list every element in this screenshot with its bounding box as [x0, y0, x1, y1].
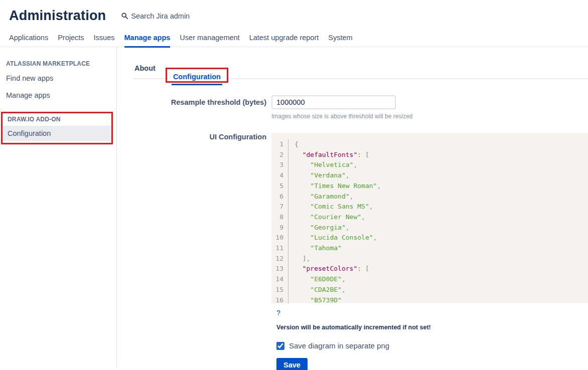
sidebar-heading-drawio-addon: DRAW.IO ADD-ON	[3, 113, 111, 126]
sidebar-item-configuration[interactable]: Configuration	[3, 126, 111, 141]
sidebar-heading-atlassian-marketplace: ATLASSIAN MARKETPLACE	[0, 54, 116, 70]
ui-configuration-label: UI Configuration	[133, 133, 271, 141]
code-line: 1{	[271, 139, 588, 150]
nav-item-manage-apps[interactable]: Manage apps	[124, 34, 171, 48]
code-line: 16 "B5739D"	[271, 295, 588, 303]
save-button[interactable]: Save	[276, 358, 308, 370]
line-number: 12	[271, 254, 288, 264]
nav-item-projects[interactable]: Projects	[58, 34, 84, 48]
form-footer: ? Version will be automatically incremen…	[276, 303, 588, 370]
code-line: 10 "Lucida Console",	[271, 233, 588, 243]
line-number: 15	[271, 285, 288, 295]
code-line: 3 "Helvetica",	[271, 160, 588, 170]
configuration-form: Resample threshold (bytes) Images whose …	[133, 95, 588, 370]
resample-threshold-row: Resample threshold (bytes) Images whose …	[133, 95, 588, 120]
line-number: 3	[271, 160, 288, 170]
ui-configuration-code-editor[interactable]: 1{2 "defaultFonts": [3 "Helvetica",4 "Ve…	[271, 133, 588, 303]
search-icon	[121, 13, 128, 19]
line-number: 14	[271, 274, 288, 285]
nav-item-latest-upgrade-report[interactable]: Latest upgrade report	[249, 34, 319, 48]
code-line: 12 ],	[271, 254, 588, 264]
nav-item-user-management[interactable]: User management	[180, 34, 239, 48]
admin-search[interactable]: Search Jira admin	[121, 12, 190, 20]
save-png-label: Save diagram in separate png	[289, 341, 389, 350]
admin-header: Administration Search Jira admin	[0, 0, 588, 24]
line-number: 1	[271, 139, 288, 150]
page-title: Administration	[9, 8, 106, 24]
code-line: 11 "Tahoma"	[271, 243, 588, 254]
save-png-checkbox[interactable]	[276, 342, 284, 350]
nav-item-system[interactable]: System	[328, 34, 352, 48]
line-number: 11	[271, 243, 288, 254]
sidebar: ATLASSIAN MARKETPLACE Find new apps Mana…	[0, 47, 117, 367]
save-png-row: Save diagram in separate png	[276, 341, 588, 350]
annotation-box-drawio-section: DRAW.IO ADD-ON Configuration	[1, 112, 113, 144]
code-line: 7 "Comic Sans MS",	[271, 202, 588, 212]
line-number: 8	[271, 212, 288, 223]
line-number: 9	[271, 223, 288, 233]
sidebar-item-find-new-apps[interactable]: Find new apps	[0, 70, 116, 87]
help-link[interactable]: ?	[276, 309, 280, 317]
resample-threshold-input[interactable]	[271, 95, 396, 109]
line-number: 16	[271, 295, 288, 303]
version-note: Version will be automatically incremente…	[276, 324, 588, 331]
line-number: 4	[271, 170, 288, 181]
ui-configuration-row: UI Configuration 1{2 "defaultFonts": [3 …	[133, 133, 588, 303]
search-placeholder-text: Search Jira admin	[131, 12, 190, 20]
code-line: 6 "Garamond",	[271, 192, 588, 202]
code-line: 14 "E6D0DE",	[271, 274, 588, 285]
resample-threshold-help: Images whose size is above threshold wil…	[271, 113, 588, 120]
line-number: 6	[271, 192, 288, 202]
line-number: 2	[271, 150, 288, 160]
line-number: 5	[271, 181, 288, 192]
code-line: 2 "defaultFonts": [	[271, 150, 588, 160]
content-layout: ATLASSIAN MARKETPLACE Find new apps Mana…	[0, 47, 588, 367]
main-content: About Configuration Resample threshold (…	[117, 47, 588, 367]
line-number: 13	[271, 264, 288, 274]
nav-item-applications[interactable]: Applications	[9, 34, 48, 48]
tab-about[interactable]: About	[133, 64, 157, 78]
code-line: 4 "Verdana",	[271, 170, 588, 181]
sidebar-item-manage-apps[interactable]: Manage apps	[0, 87, 116, 104]
code-line: 15 "CDA2BE",	[271, 285, 588, 295]
tab-configuration[interactable]: Configuration	[172, 73, 222, 85]
line-number: 7	[271, 202, 288, 212]
line-number: 10	[271, 233, 288, 243]
annotation-box-configuration-tab: Configuration	[166, 68, 228, 83]
nav-item-issues[interactable]: Issues	[94, 34, 115, 48]
resample-threshold-label: Resample threshold (bytes)	[133, 95, 271, 106]
code-line: 9 "Georgia",	[271, 223, 588, 233]
tab-bar: About Configuration	[133, 58, 588, 79]
code-line: 13 "presetColors": [	[271, 264, 588, 274]
code-line: 5 "Times New Roman",	[271, 181, 588, 192]
code-line: 8 "Courier New",	[271, 212, 588, 223]
admin-top-nav: Applications Projects Issues Manage apps…	[0, 24, 588, 47]
